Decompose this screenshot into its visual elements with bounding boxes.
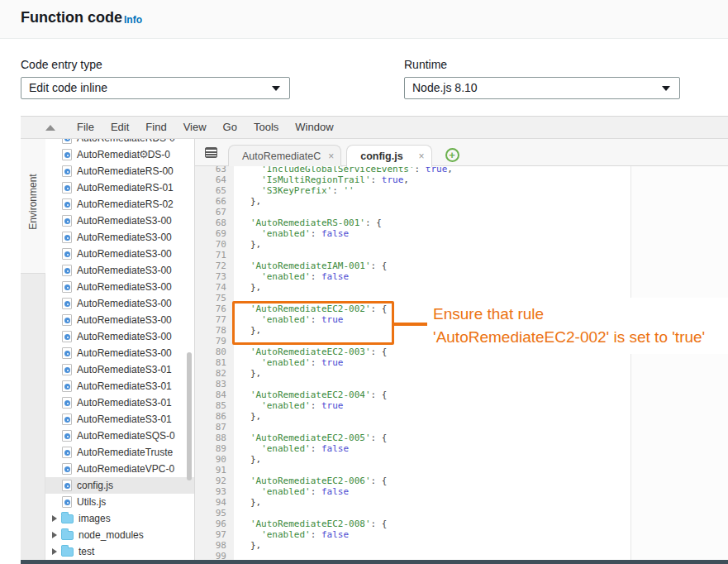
close-tab-icon[interactable]: × [419, 146, 425, 167]
code-line-text: 'enabled': false [234, 443, 349, 454]
line-number: 84 [195, 390, 234, 400]
tree-file-AutoRemediateS3-00[interactable]: AutoRemediateS3-00 [45, 328, 194, 345]
environment-tab-label: Environment [27, 139, 39, 265]
menu-item-tools[interactable]: Tools [245, 117, 287, 138]
tree-file-AutoRemediateRS-00[interactable]: AutoRemediateRS-00 [45, 163, 194, 179]
menu-item-go[interactable]: Go [215, 117, 245, 138]
tree-file-AutoRemediateS3-01[interactable]: AutoRemediateS3-01 [45, 394, 194, 411]
tree-file-config.js[interactable]: config.js [45, 477, 194, 494]
code-line[interactable]: 68 'AutoRemediateRS-001': { [195, 217, 728, 228]
js-file-icon [62, 215, 72, 227]
tree-file-AutoRemediateS3-00[interactable]: AutoRemediateS3-00 [45, 345, 194, 361]
collapse-pane-icon[interactable] [45, 125, 55, 131]
code-line[interactable]: 94 }, [195, 497, 728, 508]
code-line[interactable]: 67 [195, 207, 728, 217]
code-line[interactable]: 86 }, [195, 411, 728, 422]
line-number: 64 [195, 174, 234, 185]
tree-file-AutoRemediateS3-01[interactable]: AutoRemediateS3-01 [45, 411, 194, 428]
code-line[interactable]: 95 [195, 508, 728, 519]
line-number: 76 [195, 304, 234, 314]
tree-file-AutoRemediateS3-00[interactable]: AutoRemediateS3-00 [45, 279, 194, 295]
tree-file-AutoRemediateS3-00[interactable]: AutoRemediateS3-00 [45, 312, 194, 328]
close-tab-icon[interactable]: × [328, 146, 334, 167]
expand-caret-icon[interactable] [52, 515, 57, 522]
menu-item-file[interactable]: File [69, 117, 102, 138]
code-line-text [234, 207, 240, 217]
code-line-text: 'enabled': false [234, 228, 349, 239]
tree-file-AutoRemediateRS-01[interactable]: AutoRemediateRS-01 [45, 179, 194, 196]
info-link[interactable]: Info [124, 14, 142, 26]
tree-file-AutoRemediateVPC-0[interactable]: AutoRemediateVPC-0 [45, 461, 194, 477]
tree-item-label: AutoRemediateSQS-0 [77, 428, 175, 444]
tree-file-AutoRemediateS3-00[interactable]: AutoRemediateS3-00 [45, 229, 194, 246]
code-line[interactable]: 88 'AutoRemediateEC2-005': { [195, 433, 728, 443]
code-line[interactable]: 92 'AutoRemediateEC2-006': { [195, 476, 728, 486]
tree-folder-node_modules[interactable]: node_modules [45, 527, 194, 543]
tree-file-AutoRemediateS3-00[interactable]: AutoRemediateS3-00 [45, 213, 194, 229]
code-line[interactable]: 83 [195, 379, 728, 390]
code-line[interactable]: 73 'enabled': false [195, 271, 728, 282]
code-line[interactable]: 64 'IsMultiRegionTrail': true, [195, 174, 728, 185]
code-line[interactable]: 81 'enabled': true [195, 357, 728, 368]
code-line[interactable]: 84 'AutoRemediateEC2-004': { [195, 390, 728, 400]
tree-file-AutoRemediat[interactable]: AutoRemediat⚙DS-0 [45, 146, 194, 163]
tree-file-AutoRemediateS3-00[interactable]: AutoRemediateS3-00 [45, 246, 194, 262]
line-number: 97 [195, 529, 234, 540]
menu-item-edit[interactable]: Edit [102, 117, 137, 138]
tree-file-AutoRemediateS3-01[interactable]: AutoRemediateS3-01 [45, 361, 194, 378]
tree-folder-images[interactable]: images [45, 510, 194, 527]
runtime-select[interactable]: Node.js 8.10 [404, 77, 680, 99]
expand-caret-icon[interactable] [52, 532, 57, 538]
code-line[interactable]: 97 'enabled': false [195, 529, 728, 540]
code-line[interactable]: 82 }, [195, 368, 728, 379]
annotation-line-1: Ensure that rule [433, 303, 728, 326]
code-area[interactable]: 63 'IncludeGlobalServiceEvents': true,64… [195, 166, 728, 560]
line-number: 74 [195, 282, 234, 293]
code-line-text [234, 422, 240, 433]
code-line[interactable]: 98 }, [195, 540, 728, 551]
tree-file-AutoRemediateS3-00[interactable]: AutoRemediateS3-00 [45, 295, 194, 312]
code-line[interactable]: 96 'AutoRemediateEC2-008': { [195, 519, 728, 529]
code-line[interactable]: 93 'enabled': false [195, 486, 728, 497]
code-line[interactable]: 70 }, [195, 239, 728, 250]
code-line[interactable]: 87 [195, 422, 728, 433]
tree-file-AutoRemediateSQS-0[interactable]: AutoRemediateSQS-0 [45, 428, 194, 444]
code-line[interactable]: 71 [195, 250, 728, 260]
editor-tab-config-js[interactable]: config.js× [346, 145, 431, 167]
tree-file-AutoRemediateS3-00[interactable]: AutoRemediateS3-00 [45, 262, 194, 279]
code-line[interactable]: 99 [195, 551, 728, 560]
code-editor-ide: FileEditFindViewGoToolsWindow Environmen… [21, 116, 728, 564]
tree-file-AutoRemediateS3-01[interactable]: AutoRemediateS3-01 [45, 378, 194, 394]
new-tab-icon[interactable]: + [445, 148, 459, 162]
code-line[interactable]: 72 'AutoRemediateIAM-001': { [195, 260, 728, 271]
menu-item-view[interactable]: View [175, 117, 215, 138]
code-entry-type-select[interactable]: Edit code inline [21, 77, 290, 99]
tree-file-AutoRemediateTruste[interactable]: AutoRemediateTruste [45, 444, 194, 461]
code-line[interactable]: 65 'S3KeyPrefix': '' [195, 185, 728, 196]
tree-folder-test[interactable]: test [45, 543, 194, 560]
tree-file-AutoRemediateRDS-0[interactable]: AutoRemediateRDS-0 [45, 139, 194, 146]
code-line[interactable]: 91 [195, 465, 728, 476]
tab-list-icon[interactable] [205, 147, 217, 158]
code-line[interactable]: 90 }, [195, 454, 728, 465]
code-line[interactable]: 89 'enabled': false [195, 443, 728, 454]
menu-item-window[interactable]: Window [287, 117, 341, 138]
line-number: 82 [195, 368, 234, 379]
code-line[interactable]: 63 'IncludeGlobalServiceEvents': true, [195, 166, 728, 174]
environment-tab[interactable]: Environment [21, 139, 45, 274]
code-line[interactable]: 85 'enabled': true [195, 400, 728, 411]
js-file-icon [62, 347, 72, 359]
editor-tab-autoremediatec[interactable]: AutoRemediateC× [228, 145, 341, 166]
expand-caret-icon[interactable] [52, 548, 57, 555]
code-line[interactable]: 74 }, [195, 282, 728, 293]
code-line[interactable]: 66 }, [195, 196, 728, 207]
file-tree-scrollbar[interactable] [187, 352, 192, 480]
tree-item-label: AutoRemediateRDS-0 [77, 139, 175, 146]
code-line[interactable]: 69 'enabled': false [195, 228, 728, 239]
runtime-value: Node.js 8.10 [412, 81, 478, 94]
tree-file-Utils.js[interactable]: Utils.js [45, 494, 194, 510]
editor-tabbar: AutoRemediateC×config.js×+ [195, 139, 728, 166]
tree-file-AutoRemediateRS-02[interactable]: AutoRemediateRS-02 [45, 196, 194, 213]
js-file-icon [62, 463, 72, 475]
menu-item-find[interactable]: Find [137, 117, 174, 138]
